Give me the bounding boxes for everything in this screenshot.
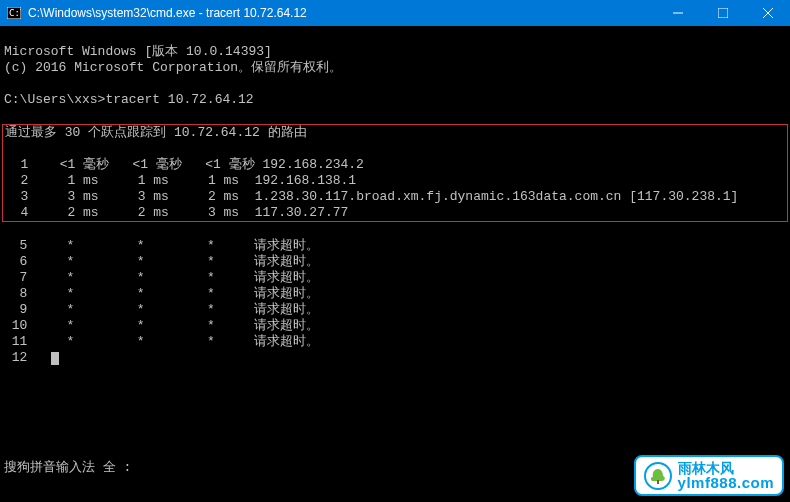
trace-highlight-box: 通过最多 30 个跃点跟踪到 10.72.64.12 的路由 1 <1 毫秒 <… — [2, 124, 788, 222]
svg-text:C:\: C:\ — [9, 8, 21, 18]
watermark-text: 雨林木风 ylmf888.com — [678, 461, 774, 490]
maximize-icon — [718, 8, 728, 18]
os-version-line: Microsoft Windows [版本 10.0.14393] — [4, 44, 272, 59]
command-text: tracert 10.72.64.12 — [105, 92, 253, 107]
watermark: 雨林木风 ylmf888.com — [634, 455, 784, 496]
hop-row: 11 * * * 请求超时。 — [4, 334, 319, 349]
ime-status: 搜狗拼音输入法 全 : — [4, 458, 131, 476]
svg-rect-3 — [718, 8, 728, 18]
watermark-logo-icon — [644, 462, 672, 490]
close-button[interactable] — [745, 0, 790, 26]
hop-row: 4 2 ms 2 ms 3 ms 117.30.27.77 — [5, 205, 348, 220]
window-title: C:\Windows\system32\cmd.exe - tracert 10… — [28, 6, 655, 20]
hop-row: 8 * * * 请求超时。 — [4, 286, 319, 301]
watermark-url: ylmf888.com — [678, 475, 774, 490]
prompt-path: C:\Users\xxs> — [4, 92, 105, 107]
window-controls — [655, 0, 790, 26]
hop-row: 7 * * * 请求超时。 — [4, 270, 319, 285]
hop-row: 2 1 ms 1 ms 1 ms 192.168.138.1 — [5, 173, 356, 188]
hop-row: 6 * * * 请求超时。 — [4, 254, 319, 269]
pending-hop: 12 — [12, 350, 28, 365]
svg-rect-6 — [657, 480, 659, 484]
hop-row: 5 * * * 请求超时。 — [4, 238, 319, 253]
window-titlebar: C:\ C:\Windows\system32\cmd.exe - tracer… — [0, 0, 790, 26]
close-icon — [763, 8, 773, 18]
hop-row: 9 * * * 请求超时。 — [4, 302, 319, 317]
watermark-name: 雨林木风 — [678, 461, 774, 475]
minimize-button[interactable] — [655, 0, 700, 26]
minimize-icon — [673, 8, 683, 18]
hop-row: 3 3 ms 3 ms 2 ms 1.238.30.117.broad.xm.f… — [5, 189, 738, 204]
hop-row: 1 <1 毫秒 <1 毫秒 <1 毫秒 192.168.234.2 — [5, 157, 364, 172]
hop-row: 12 — [4, 350, 59, 365]
cursor — [51, 352, 59, 365]
maximize-button[interactable] — [700, 0, 745, 26]
cmd-icon: C:\ — [6, 5, 22, 21]
hop-row: 10 * * * 请求超时。 — [4, 318, 319, 333]
trace-header: 通过最多 30 个跃点跟踪到 10.72.64.12 的路由 — [5, 125, 307, 140]
terminal-output[interactable]: Microsoft Windows [版本 10.0.14393] (c) 20… — [0, 26, 790, 368]
copyright-line: (c) 2016 Microsoft Corporation。保留所有权利。 — [4, 60, 342, 75]
